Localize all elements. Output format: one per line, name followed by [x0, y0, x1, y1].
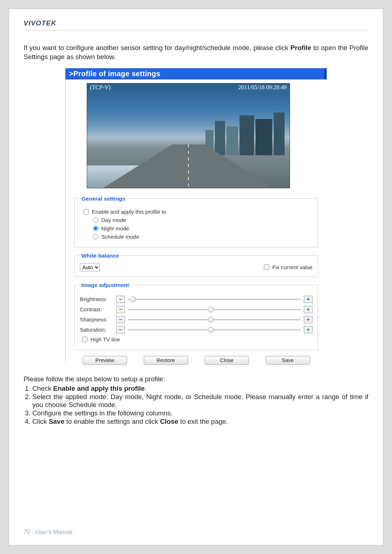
enable-profile-checkbox[interactable] [83, 209, 89, 214]
increment-button[interactable]: + [304, 306, 313, 313]
brand-logo: VIVOTEK [24, 19, 56, 27]
overlay-stream-label: (TCP-V) [90, 84, 111, 91]
slider-label: Brightness: [80, 296, 113, 302]
night-mode-radio[interactable] [93, 226, 98, 231]
profile-settings-screenshot: >Profile of image settings (TCP-V) 2011/… [65, 68, 327, 365]
slider-row: Brightness:−+ [80, 296, 313, 303]
step-2: Select the applied mode: Day mode, Night… [32, 393, 368, 409]
slider-track[interactable] [128, 306, 301, 313]
high-tv-line-label: High TV line [90, 336, 120, 342]
window-title: >Profile of image settings [65, 68, 327, 79]
preview-button[interactable]: Preview [83, 356, 127, 365]
enable-profile-label: Enable and apply this profile to [92, 209, 166, 215]
step-1: Check Enable and apply this profile. [32, 385, 368, 393]
steps-list: Check Enable and apply this profile. Sel… [32, 385, 368, 426]
slider-label: Saturation: [80, 327, 113, 333]
slider-row: Contrast:−+ [80, 306, 313, 313]
camera-preview: (TCP-V) 2011/05/18 09:28:49 [87, 83, 290, 188]
slider-label: Sharpness: [80, 316, 113, 323]
schedule-mode-radio[interactable] [93, 234, 98, 239]
night-mode-label: Night mode [101, 225, 129, 231]
white-balance-group: White balance Auto Fix current value [74, 253, 318, 277]
day-mode-label: Day mode [101, 217, 126, 223]
increment-button[interactable]: + [304, 296, 313, 303]
fix-current-value-label: Fix current value [272, 264, 313, 270]
restore-button[interactable]: Restore [144, 356, 188, 365]
intro-text-before: If you want to configure another sensor … [24, 44, 290, 52]
day-mode-radio[interactable] [93, 217, 98, 223]
schedule-mode-label: Schedule mode [101, 234, 139, 240]
slider-row: Sharpness:−+ [80, 316, 313, 323]
slider-thumb[interactable] [208, 327, 214, 333]
slider-track[interactable] [128, 296, 301, 303]
slider-row: Saturation:−+ [80, 326, 313, 333]
intro-bold-profile: Profile [290, 44, 311, 52]
step-4: Click Save to enable the settings and cl… [32, 418, 368, 426]
high-tv-line-checkbox[interactable] [82, 337, 87, 342]
image-adjustment-group: Image adjustment Brightness:−+Contrast:−… [74, 282, 318, 350]
slider-label: Contrast: [80, 306, 113, 312]
close-button[interactable]: Close [205, 356, 249, 365]
steps-intro: Please follow the steps below to setup a… [24, 375, 368, 384]
slider-thumb[interactable] [130, 296, 136, 302]
slider-thumb[interactable] [208, 307, 214, 312]
general-settings-legend: General settings [80, 196, 127, 202]
step-3: Configure the settings in the following … [32, 409, 368, 417]
overlay-timestamp: 2011/05/18 09:28:49 [238, 84, 287, 91]
increment-button[interactable]: + [304, 326, 313, 333]
intro-paragraph: If you want to configure another sensor … [24, 44, 368, 62]
white-balance-legend: White balance [80, 253, 121, 259]
decrement-button[interactable]: − [116, 326, 125, 333]
decrement-button[interactable]: − [116, 296, 125, 303]
fix-current-value-checkbox[interactable] [264, 264, 269, 270]
decrement-button[interactable]: − [116, 316, 125, 323]
white-balance-select[interactable]: Auto [80, 263, 100, 271]
general-settings-group: General settings Enable and apply this p… [74, 196, 318, 247]
slider-track[interactable] [128, 327, 301, 333]
slider-thumb[interactable] [208, 317, 214, 323]
increment-button[interactable]: + [304, 316, 313, 323]
slider-track[interactable] [128, 316, 301, 323]
save-button[interactable]: Save [266, 356, 310, 365]
decrement-button[interactable]: − [116, 306, 125, 313]
page-footer: 70 - User's Manual [24, 529, 72, 535]
image-adjustment-legend: Image adjustment [80, 282, 131, 288]
